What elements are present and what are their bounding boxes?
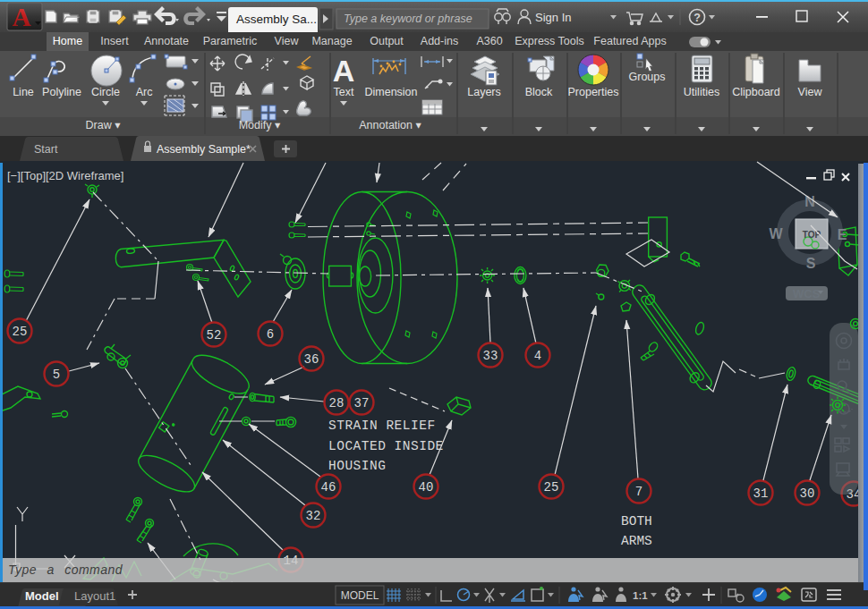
- svg-text:Layers: Layers: [467, 86, 501, 98]
- svg-text:Model: Model: [25, 589, 59, 603]
- svg-text:4: 4: [534, 349, 541, 363]
- svg-text:LOCATED INSIDE: LOCATED INSIDE: [328, 439, 444, 453]
- svg-text:Text: Text: [334, 86, 354, 98]
- svg-text:Assembly Sa...: Assembly Sa...: [236, 13, 317, 26]
- svg-text:Utilities: Utilities: [684, 86, 719, 98]
- svg-text:STRAIN RELIEF: STRAIN RELIEF: [328, 419, 436, 433]
- svg-text:Layout1: Layout1: [74, 589, 115, 603]
- svg-text:Groups: Groups: [629, 71, 666, 83]
- svg-text:25: 25: [13, 325, 28, 339]
- svg-text:6: 6: [267, 327, 274, 342]
- svg-text:E: E: [838, 227, 847, 242]
- svg-text:46: 46: [321, 480, 336, 495]
- svg-text:Properties: Properties: [568, 86, 619, 98]
- svg-text:Arc: Arc: [136, 86, 153, 98]
- svg-text:A: A: [333, 54, 355, 88]
- svg-text:30: 30: [800, 486, 815, 501]
- svg-text:TOP: TOP: [803, 230, 821, 240]
- svg-text:View: View: [798, 86, 823, 98]
- svg-text:Assembly Sample*: Assembly Sample*: [157, 143, 251, 156]
- svg-text:A: A: [13, 3, 31, 31]
- svg-text:Circle: Circle: [91, 86, 120, 98]
- svg-text:ARMS: ARMS: [621, 534, 652, 548]
- svg-text:31: 31: [753, 486, 769, 501]
- svg-text:37: 37: [354, 396, 370, 410]
- svg-text:7: 7: [635, 485, 642, 499]
- svg-text:WCS: WCS: [793, 287, 821, 300]
- svg-text:BOTH: BOTH: [621, 514, 652, 529]
- svg-text:40: 40: [419, 480, 434, 495]
- svg-text:Sign In: Sign In: [535, 11, 571, 24]
- svg-text:1:1: 1:1: [633, 590, 648, 601]
- svg-text:Type a keyword or phrase: Type a keyword or phrase: [344, 13, 472, 25]
- svg-text:Line: Line: [13, 86, 34, 98]
- svg-text:Clipboard: Clipboard: [732, 86, 780, 98]
- svg-text:[−][Top][2D Wireframe]: [−][Top][2D Wireframe]: [7, 169, 123, 182]
- svg-text:32: 32: [306, 509, 321, 523]
- svg-text:28: 28: [329, 396, 345, 410]
- svg-text:S: S: [806, 256, 816, 271]
- svg-text:Dimension: Dimension: [364, 86, 417, 98]
- svg-text:36: 36: [304, 352, 319, 367]
- svg-text:MODEL: MODEL: [341, 589, 379, 602]
- svg-text:W: W: [769, 226, 783, 241]
- svg-text:?: ?: [694, 12, 701, 24]
- svg-text:Polyline: Polyline: [42, 86, 81, 98]
- svg-text:Block: Block: [525, 86, 553, 98]
- svg-text:HOUSING: HOUSING: [328, 459, 386, 473]
- svg-text:33: 33: [483, 349, 498, 363]
- svg-text:5: 5: [53, 368, 60, 382]
- svg-text:52: 52: [207, 328, 222, 343]
- svg-text:25: 25: [544, 480, 559, 495]
- svg-text:Start: Start: [34, 143, 58, 156]
